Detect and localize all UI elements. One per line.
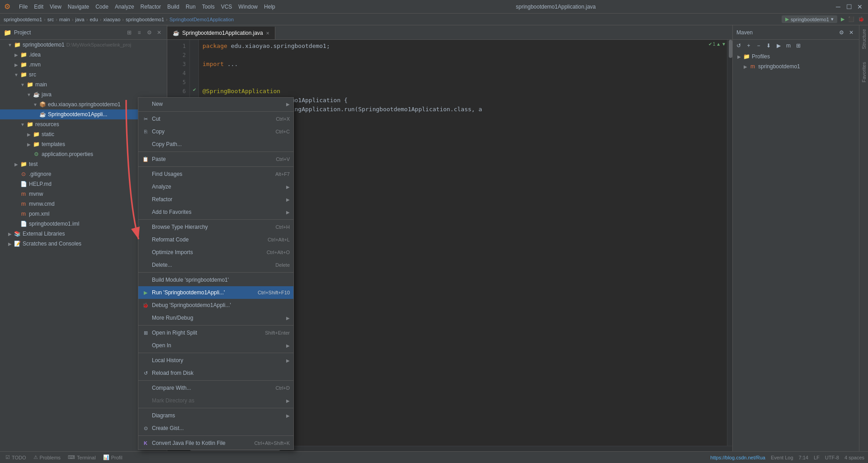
breadcrumb-item-6[interactable]: springbootdemo1: [126, 17, 164, 22]
menu-window[interactable]: Window: [236, 3, 260, 11]
panel-close-icon[interactable]: ✕: [155, 28, 163, 37]
tree-arrow: [14, 171, 19, 177]
structure-label[interactable]: Structure: [860, 27, 868, 51]
gutter-annotation-6[interactable]: ✔: [190, 85, 198, 94]
menu-vcs[interactable]: VCS: [218, 3, 235, 11]
close-button[interactable]: ✕: [855, 2, 864, 11]
bottom-tab-profil[interactable]: 📊 Profil: [101, 454, 124, 460]
menu-run[interactable]: Run: [183, 3, 198, 11]
breadcrumb-item-1[interactable]: src: [47, 17, 54, 22]
menu-view[interactable]: View: [47, 3, 64, 11]
ctx-delete[interactable]: Delete... Delete: [138, 259, 293, 271]
ctx-more-run-icon: [142, 314, 149, 321]
run-config-selector[interactable]: ▶ springbootdemo1 ▾: [782, 15, 837, 23]
ctx-reformat-shortcut: Ctrl+Alt+L: [268, 237, 290, 242]
bottom-tab-terminal[interactable]: ⌨ Terminal: [66, 454, 98, 460]
maven-profiles-item[interactable]: ▶ 📁 Profiles: [735, 52, 857, 61]
debug-button[interactable]: 🐞: [858, 16, 864, 22]
menu-code[interactable]: Code: [93, 3, 111, 11]
favorites-label[interactable]: Favorites: [860, 60, 868, 84]
ctx-copy[interactable]: ⎘ Copy Ctrl+C: [138, 125, 293, 138]
ctx-new[interactable]: New ▶: [138, 98, 293, 110]
line-ending[interactable]: LF: [814, 455, 820, 460]
menu-build[interactable]: Build: [165, 3, 182, 11]
ctx-compare-with-left: Compare With...: [142, 384, 191, 392]
menu-analyze[interactable]: Analyze: [112, 3, 137, 11]
editor-scrollbar[interactable]: ✔ 1 ▲ ▼: [727, 40, 732, 446]
ctx-run[interactable]: ▶ Run 'Springbootdemo1Appli...' Ctrl+Shi…: [138, 286, 293, 299]
tree-item-mvn[interactable]: ▶ 📁 .mvn: [0, 60, 167, 70]
breadcrumb-item-5[interactable]: xiaoyao: [103, 17, 120, 22]
minimize-button[interactable]: ─: [834, 2, 843, 11]
breadcrumb-item-3[interactable]: java: [75, 17, 85, 22]
maven-refresh-icon[interactable]: ↺: [735, 42, 743, 50]
terminal-icon: ⌨: [68, 454, 75, 460]
ctx-analyze[interactable]: Analyze ▶: [138, 180, 293, 193]
ctx-browse-hierarchy[interactable]: Browse Type Hierarchy Ctrl+H: [138, 221, 293, 233]
encoding[interactable]: UTF-8: [825, 455, 839, 460]
maven-collapse-icon[interactable]: ⊞: [794, 42, 802, 50]
editor-tab-main[interactable]: ☕ Springbootdemo1Application.java ✕: [167, 27, 275, 39]
event-log-link[interactable]: Event Log: [771, 455, 793, 460]
ctx-add-favorites[interactable]: Add to Favorites ▶: [138, 206, 293, 218]
menu-file[interactable]: File: [16, 3, 30, 11]
menu-edit[interactable]: Edit: [31, 3, 46, 11]
maven-run-icon[interactable]: ▶: [774, 42, 783, 50]
run-button[interactable]: ▶: [841, 16, 844, 22]
ctx-mark-directory-icon: [142, 397, 149, 404]
bottom-tab-todo[interactable]: ☑ TODO: [4, 454, 28, 460]
ctx-open-in[interactable]: Open In ▶: [138, 339, 293, 352]
menu-tools[interactable]: Tools: [199, 3, 217, 11]
breadcrumb-item-4[interactable]: edu: [90, 17, 98, 22]
panel-settings-icon[interactable]: ⚙: [145, 28, 153, 37]
tree-item-root[interactable]: ▼ 📁 springbootdemo1 D:\MyWorkSpace\welin…: [0, 40, 167, 50]
tree-item-src[interactable]: ▼ 📁 src: [0, 70, 167, 80]
ctx-add-favorites-label: Add to Favorites: [152, 209, 191, 215]
ctx-copy-path[interactable]: Copy Path...: [138, 138, 293, 151]
ctx-paste[interactable]: 📋 Paste Ctrl+V: [138, 153, 293, 165]
ctx-mark-directory: Mark Directory as ▶: [138, 394, 293, 407]
ctx-debug[interactable]: 🐞 Debug 'Springbootdemo1Appli...': [138, 299, 293, 312]
ctx-local-history[interactable]: Local History ▶: [138, 354, 293, 367]
tree-item-idea[interactable]: ▶ 📁 .idea: [0, 50, 167, 60]
maximize-button[interactable]: ☐: [844, 2, 854, 11]
ctx-reformat[interactable]: Reformat Code Ctrl+Alt+L: [138, 233, 293, 246]
breadcrumb-item-0[interactable]: springbootdemo1: [4, 17, 42, 22]
menu-refactor[interactable]: Refactor: [138, 3, 164, 11]
line-num-1: 1: [167, 42, 186, 51]
maven-settings-icon[interactable]: ⚙: [837, 28, 845, 37]
menu-help[interactable]: Help: [261, 3, 278, 11]
ctx-reload-disk[interactable]: ↺ Reload from Disk: [138, 367, 293, 379]
ctx-compare-with[interactable]: Compare With... Ctrl+D: [138, 382, 293, 394]
maven-add-icon[interactable]: +: [745, 42, 753, 50]
maven-download-icon[interactable]: ⬇: [764, 42, 773, 50]
maven-remove-icon[interactable]: −: [755, 42, 763, 50]
maven-m-icon[interactable]: m: [784, 42, 793, 50]
menu-navigate[interactable]: Navigate: [65, 3, 92, 11]
ctx-add-favorites-arrow: ▶: [286, 210, 290, 215]
ctx-refactor[interactable]: Refactor ▶: [138, 193, 293, 206]
breadcrumb-item-7[interactable]: SpringbootDemo1Application: [170, 17, 234, 22]
tab-close-button[interactable]: ✕: [266, 31, 269, 36]
ctx-diagrams-label: Diagrams: [152, 412, 175, 419]
ctx-diagrams[interactable]: Diagrams ▶: [138, 409, 293, 422]
ctx-open-right-split[interactable]: ⊞ Open in Right Split Shift+Enter: [138, 326, 293, 339]
ctx-convert-kotlin[interactable]: K Convert Java File to Kotlin File Ctrl+…: [138, 437, 293, 449]
ctx-find-usages[interactable]: Find Usages Alt+F7: [138, 168, 293, 180]
ctx-create-gist[interactable]: ⊙ Create Gist...: [138, 422, 293, 435]
panel-layout-icon[interactable]: ⊞: [125, 28, 133, 37]
maven-close-icon[interactable]: ✕: [847, 28, 855, 37]
ctx-more-run[interactable]: More Run/Debug ▶: [138, 312, 293, 324]
ctx-browse-hierarchy-left: Browse Type Hierarchy: [142, 223, 208, 231]
ctx-build-module[interactable]: Build Module 'springbootdemo1': [138, 274, 293, 286]
url-display[interactable]: https://blog.csdn.net/Rua: [710, 455, 765, 460]
bottom-tab-problems[interactable]: ⚠ Problems: [32, 454, 62, 460]
tree-item-main[interactable]: ▼ 📁 main: [0, 80, 167, 90]
panel-collapse-icon[interactable]: ≡: [135, 28, 143, 37]
ctx-cut[interactable]: ✂ Cut Ctrl+X: [138, 113, 293, 125]
build-button[interactable]: ⬛: [848, 16, 854, 22]
breadcrumb-item-2[interactable]: main: [59, 17, 70, 22]
maven-project-item[interactable]: ▶ m springbootdemo1: [735, 61, 857, 71]
ctx-optimize[interactable]: Optimize Imports Ctrl+Alt+O: [138, 246, 293, 259]
indent-info[interactable]: 4 spaces: [844, 455, 864, 460]
